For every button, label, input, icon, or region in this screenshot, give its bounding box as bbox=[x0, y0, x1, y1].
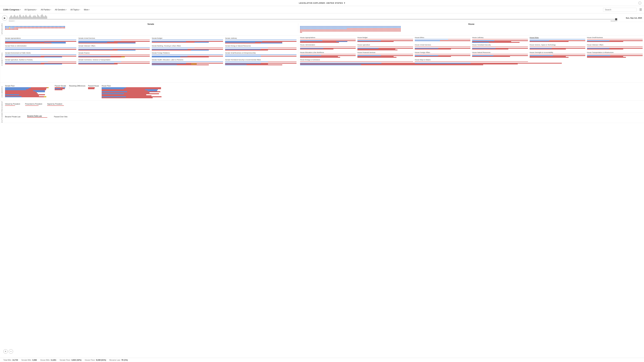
passed-senate-label: Passed Senate bbox=[55, 85, 66, 87]
congress-filter[interactable]: 118th Congress ▾ bbox=[2, 8, 22, 11]
info-icon[interactable]: i bbox=[638, 1, 641, 4]
senate-committee-foreign[interactable]: Senate Foreign Relations bbox=[152, 52, 223, 57]
passed-senate-item: Passed Senate bbox=[55, 85, 66, 90]
house-committee-judiciary[interactable]: House Judiciary bbox=[472, 36, 528, 43]
signed-by-president-item: Signed by President bbox=[47, 103, 64, 106]
senate-committee-agriculture[interactable]: Senate Agriculture, Nutrition & Forestry bbox=[5, 59, 76, 65]
current-date: Sun, Sep 1st, 2024 bbox=[618, 17, 642, 19]
house-committee-homeland[interactable]: House Homeland Security bbox=[472, 44, 528, 50]
house-committee-natural-resources[interactable]: House Natural Resources bbox=[472, 51, 528, 58]
senate-committee-commerce[interactable]: Senate Commerce, Science & Transportatio… bbox=[78, 59, 150, 65]
senate-title: Senate bbox=[5, 23, 296, 25]
senate-committee-energy[interactable]: Senate Energy & Natural Resources bbox=[225, 45, 296, 50]
private-law-label: Became Private Law bbox=[5, 116, 20, 118]
genders-filter[interactable]: All Genders ▾ bbox=[54, 8, 68, 11]
became-private-law-item: Became Private Law bbox=[5, 116, 20, 118]
senate-committee-environment[interactable]: Senate Environment & Public Works bbox=[5, 52, 76, 57]
senate-committee-veterans[interactable]: Senate Veterans' Affairs bbox=[78, 45, 150, 50]
house-committee-armed-services[interactable]: House Armed Services bbox=[415, 44, 470, 50]
house-sponsor-dots: (function(){ var container = document.cu… bbox=[300, 26, 401, 33]
house-committee-ethics[interactable]: House Ethics bbox=[415, 36, 470, 43]
filter-bar: 118th Congress ▾ All Sponsors ▾ All Part… bbox=[0, 6, 644, 13]
presented-label: Presented to President bbox=[25, 103, 42, 105]
sponsors-label: SPONSORS bbox=[0, 22, 4, 35]
house-committee-energy-commerce[interactable]: House Energy & Commerce bbox=[300, 59, 413, 65]
senate-committee-budget[interactable]: Senate Budget bbox=[152, 37, 223, 43]
senate-committee-appropriations[interactable]: Senate Appropriations bbox=[5, 37, 76, 43]
vetoed-by-president-item: Vetoed by President bbox=[5, 103, 20, 106]
house-committee-science[interactable]: House Science, Space & Technology bbox=[530, 44, 585, 50]
house-floor-bars bbox=[102, 87, 165, 98]
senate-committee-judiciary[interactable]: Senate Judiciary bbox=[225, 37, 296, 43]
house-floor-label: House Floor bbox=[102, 85, 165, 87]
passed-over-veto-item: Passed Over Veto bbox=[54, 116, 68, 118]
senate-committee-health[interactable]: Senate Health, Education, Labor & Pensio… bbox=[152, 59, 223, 65]
house-committee-foreign[interactable]: House Foreign Affairs bbox=[415, 51, 470, 58]
title-dropdown-icon[interactable]: ▾ bbox=[344, 2, 345, 4]
vetoed-label: Vetoed by President bbox=[5, 103, 20, 105]
house-committee-administration[interactable]: House Administration bbox=[300, 44, 356, 50]
chambers-label: CHAMBERS bbox=[0, 83, 4, 100]
public-law-label: Became Public Law bbox=[27, 115, 47, 117]
topics-filter[interactable]: All Topics ▾ bbox=[70, 8, 81, 11]
house-committees-grid: House Appropriations House Budget bbox=[300, 36, 643, 65]
signed-label: Signed by President bbox=[47, 103, 64, 105]
passed-house-label: Passed House bbox=[88, 85, 99, 87]
house-committee-oversight[interactable]: House Oversight & Accountability bbox=[530, 51, 585, 58]
presented-to-president-item: Presented to President bbox=[25, 103, 42, 106]
session1-label: Session I bbox=[9, 20, 15, 22]
play-button[interactable]: ▶ bbox=[2, 15, 8, 21]
top-bar: LEGISLATIVE EXPLORER: UNITED STATES ▾ i bbox=[0, 0, 644, 6]
timeline-histogram bbox=[9, 14, 617, 19]
timeline-thumb[interactable] bbox=[615, 18, 617, 20]
committees-label: COMMITTEES bbox=[0, 35, 4, 82]
senate-committees-grid: Senate Appropriations Senate Armed Servi… bbox=[5, 36, 296, 66]
session2-label: Session II bbox=[610, 20, 617, 22]
timeline-track[interactable] bbox=[9, 19, 617, 20]
senate-committee-finance[interactable]: Senate Finance bbox=[78, 52, 150, 57]
house-committee-veterans[interactable]: House Veterans' Affairs bbox=[587, 44, 643, 50]
parties-filter[interactable]: All Parties ▾ bbox=[40, 8, 52, 11]
house-title: House bbox=[300, 23, 643, 25]
house-committee-budget[interactable]: House Budget bbox=[358, 36, 413, 43]
senate-committee-banking[interactable]: Senate Banking, Housing & Urban Affairs bbox=[152, 45, 223, 50]
outcome-label: OUTCOME bbox=[0, 113, 4, 123]
veto-label: Passed Over Veto bbox=[54, 116, 68, 118]
senate-floor-label: Senate Floor bbox=[5, 85, 52, 87]
passed-house-bars bbox=[88, 87, 99, 89]
house-committee-rules[interactable]: House Rules bbox=[530, 36, 585, 43]
house-committee-appropriations[interactable]: House Appropriations bbox=[300, 36, 356, 43]
president-label: PRESIDENT bbox=[0, 101, 4, 112]
house-committee-education[interactable]: House Education & the Workforce bbox=[300, 51, 356, 58]
senate-floor-bars bbox=[5, 87, 52, 97]
became-public-law-item: Became Public Law bbox=[27, 115, 47, 118]
house-committee-transportation[interactable]: House Transportation & Infrastructure bbox=[587, 51, 643, 58]
senate-committee-armed-services[interactable]: Senate Armed Services bbox=[78, 37, 150, 43]
page-title: LEGISLATIVE EXPLORER: UNITED STATES bbox=[299, 2, 343, 4]
resolving-differences-label: Resolving Differences bbox=[69, 85, 85, 87]
senate-committee-homeland[interactable]: Senate Homeland Security & Governmental … bbox=[225, 59, 296, 65]
house-committee-ways-means[interactable]: House Ways & Means bbox=[415, 59, 528, 65]
resolving-differences-item: Resolving Differences * bbox=[69, 85, 85, 89]
sponsors-filter[interactable]: All Sponsors ▾ bbox=[24, 8, 38, 11]
house-committee-financial[interactable]: House Financial Services bbox=[358, 51, 413, 58]
senate-committee-small-biz[interactable]: Senate Small Business & Entrepreneurship bbox=[225, 52, 296, 57]
senate-committee-rules[interactable]: Senate Rules & Administration bbox=[5, 45, 76, 50]
house-committee-small-business[interactable]: House Small Business bbox=[587, 36, 643, 43]
house-floor-item: House Floor bbox=[102, 85, 165, 98]
passed-senate-bars bbox=[55, 87, 66, 90]
house-committee-agriculture[interactable]: House Agriculture bbox=[358, 44, 413, 50]
search-input[interactable] bbox=[603, 8, 636, 12]
passed-house-item: Passed House bbox=[88, 85, 99, 89]
menu-icon[interactable]: ☰ bbox=[639, 8, 642, 11]
more-filter[interactable]: More ▾ bbox=[83, 8, 91, 11]
senate-floor-item: Senate Floor bbox=[5, 85, 52, 97]
senate-sponsor-dots: (function(){ var container = document.cu… bbox=[5, 26, 66, 30]
